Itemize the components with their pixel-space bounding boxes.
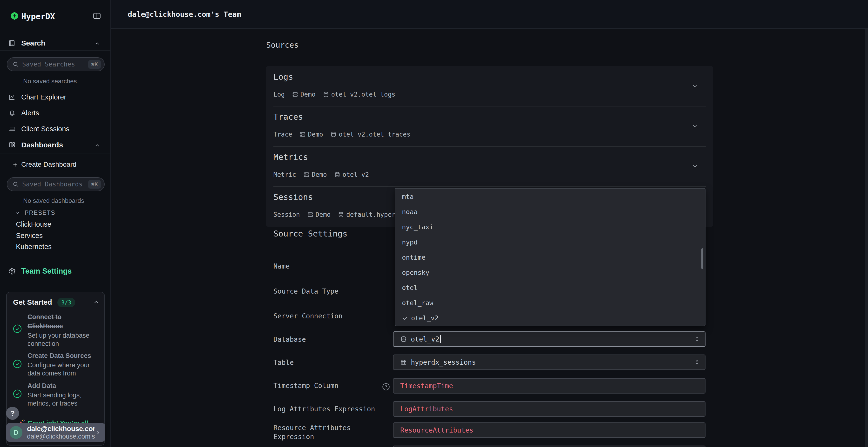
chevron-down-icon[interactable] [691, 122, 699, 129]
dropdown-option[interactable]: noaa [395, 204, 705, 219]
sidebar-item-chart-explorer[interactable]: Chart Explorer [21, 93, 66, 101]
chevron-up-icon[interactable] [93, 299, 99, 305]
divider [0, 153, 111, 153]
chevron-down-icon[interactable] [14, 210, 20, 216]
get-started-progress-badge: 3/3 [57, 298, 75, 307]
get-started-item[interactable]: Add Data Start sending logs, metrics, or… [28, 381, 82, 408]
source-settings-heading: Source Settings [273, 229, 347, 238]
server-icon [292, 91, 298, 98]
database-select[interactable]: otel_v2 [393, 332, 706, 347]
chevron-down-icon[interactable] [691, 162, 699, 170]
get-started-item[interactable]: Create Data Sources Configure where your… [28, 351, 91, 377]
task-subtitle: Configure where your [28, 361, 91, 369]
dropdown-option[interactable]: opensky [395, 265, 705, 280]
table-grid-icon [400, 359, 407, 366]
dropdown-option[interactable]: nyc_taxi [395, 219, 705, 235]
create-dashboard-button[interactable]: Create Dashboard [21, 161, 76, 168]
database-label: Database [273, 335, 387, 344]
task-title: ClickHouse [28, 321, 89, 331]
task-title: Add Data [28, 381, 82, 390]
source-title: Sessions [273, 192, 313, 202]
chevron-up-icon[interactable] [94, 40, 100, 47]
task-subtitle: Set up your database [28, 332, 89, 340]
selector-chevrons-icon[interactable] [693, 358, 701, 366]
sidebar-item-dashboards[interactable]: Dashboards [21, 141, 63, 149]
laptop-icon [9, 126, 16, 132]
task-subtitle: connection [28, 340, 89, 348]
next-input-clipped[interactable] [393, 446, 706, 447]
get-started-panel: Get Started 3/3 Connect to ClickHouse Se… [6, 292, 105, 446]
help-circle-icon[interactable] [382, 382, 390, 391]
chevron-up-icon[interactable] [94, 142, 100, 148]
check-circle-icon [12, 324, 22, 334]
chart-explorer-icon [9, 94, 16, 100]
dropdown-option[interactable]: nypd [395, 235, 705, 250]
presets-header[interactable]: PRESETS [25, 209, 55, 216]
source-table: otel_v2.otel_logs [331, 91, 396, 98]
preset-services[interactable]: Services [16, 232, 43, 240]
page-scrollbar[interactable] [865, 29, 868, 447]
preset-clickhouse[interactable]: ClickHouse [16, 220, 51, 228]
search-journal-icon [8, 39, 16, 47]
dropdown-option[interactable]: mta [395, 189, 705, 204]
database-icon [323, 91, 329, 98]
task-subtitle: metrics, or traces [28, 399, 82, 408]
log-attributes-input[interactable]: LogAttributes [393, 401, 706, 417]
source-table: otel_v2.otel_traces [339, 131, 410, 138]
no-saved-dashboards-note: No saved dashboards [23, 197, 84, 204]
saved-searches-input[interactable]: Saved Searches ⌘K [7, 57, 105, 71]
sidebar-item-client-sessions[interactable]: Client Sessions [21, 125, 69, 133]
text-cursor [440, 335, 441, 343]
timestamp-column-input[interactable]: TimestampTime [393, 378, 706, 393]
dropdown-option[interactable]: otel [395, 280, 705, 295]
task-subtitle: Start sending logs, [28, 391, 82, 399]
table-label: Table [273, 358, 387, 367]
help-button[interactable]: ? [6, 407, 19, 420]
table-select[interactable]: hyperdx_sessions [393, 354, 706, 370]
sidebar-item-team-settings[interactable]: Team Settings [21, 267, 72, 276]
resource-attributes-input[interactable]: ResourceAttributes [393, 422, 706, 438]
server-icon [307, 211, 313, 218]
sidebar-item-alerts[interactable]: Alerts [21, 109, 39, 117]
saved-searches-placeholder: Saved Searches [22, 61, 88, 68]
database-icon [330, 131, 337, 138]
dropdown-scrollbar[interactable] [702, 248, 703, 269]
collapse-sidebar-icon[interactable] [93, 11, 101, 20]
log-attributes-label: Log Attributes Expression [273, 405, 387, 414]
check-circle-icon [12, 389, 22, 399]
source-row-logs[interactable]: Logs Log Demo [266, 66, 713, 106]
database-dropdown: mta noaa nyc_taxi nypd ontime opensky ot… [395, 188, 706, 326]
preset-kubernetes[interactable]: Kubernetes [16, 243, 52, 251]
source-title: Metrics [273, 152, 308, 162]
source-connection: Demo [308, 131, 323, 138]
dashboards-grid-icon [9, 141, 16, 148]
server-icon [303, 171, 310, 178]
sidebar-item-search[interactable]: Search [21, 39, 45, 47]
dropdown-option[interactable]: ontime [395, 250, 705, 265]
table-value: hyperdx_sessions [411, 358, 476, 366]
chevron-down-icon[interactable] [691, 82, 699, 89]
page-header-title: dale@clickhouse.com's Team [128, 10, 241, 19]
database-icon [334, 171, 340, 178]
dropdown-option-selected[interactable]: otel_v2 [395, 310, 705, 325]
topbar: dale@clickhouse.com's Team [111, 0, 868, 29]
bell-icon [9, 110, 16, 116]
source-row-traces[interactable]: Traces Trace Demo [266, 106, 713, 146]
source-row-metrics[interactable]: Metrics Metric Demo [266, 146, 713, 186]
user-team: dale@clickhouse.com's [27, 433, 95, 440]
saved-dashboards-input[interactable]: Saved Dashboards ⌘K [7, 177, 105, 191]
dropdown-option[interactable]: otel_raw [395, 295, 705, 310]
source-data-type-label: Source Data Type [273, 287, 387, 296]
database-icon [338, 211, 344, 218]
search-icon [12, 61, 19, 67]
no-saved-searches-note: No saved searches [23, 77, 77, 85]
source-title: Logs [273, 72, 293, 82]
get-started-item[interactable]: Connect to ClickHouse Set up your databa… [28, 312, 89, 348]
source-connection: Demo [316, 211, 331, 218]
name-label: Name [273, 262, 387, 271]
selector-chevrons-icon[interactable] [693, 336, 701, 343]
user-menu[interactable]: D dale@clickhouse.com dale@clickhouse.co… [6, 423, 105, 442]
avatar: D [10, 426, 23, 439]
source-connection: Demo [312, 171, 327, 178]
resource-attributes-label: Resource Attributes Expression [273, 423, 387, 441]
